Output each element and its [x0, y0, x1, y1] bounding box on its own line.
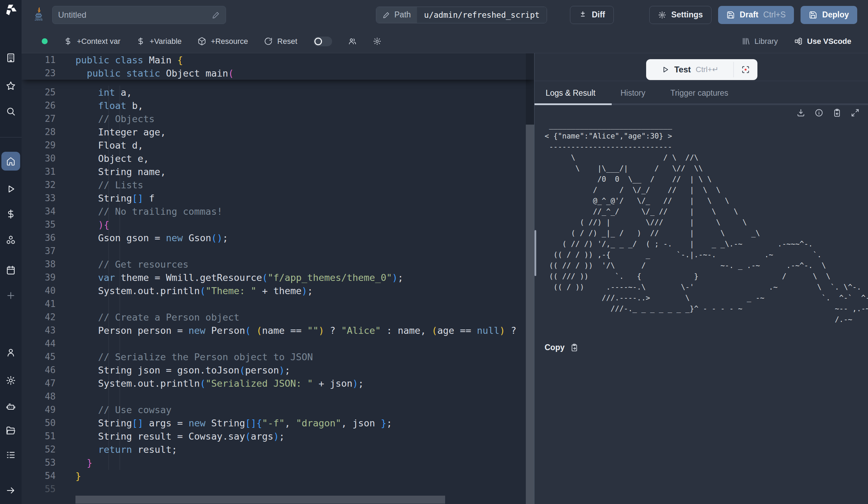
use-vscode-button[interactable]: Use VScode: [794, 37, 851, 46]
star-icon[interactable]: [6, 81, 16, 91]
code-editor[interactable]: 25 int a,26 float b,27 // Objects28 Inte…: [22, 53, 534, 504]
info-icon[interactable]: [814, 108, 823, 117]
line-number: 27: [22, 113, 56, 124]
scrollbar-thumb[interactable]: [526, 125, 534, 504]
line-number: 44: [22, 338, 56, 349]
settings-button[interactable]: Settings: [649, 6, 712, 24]
resource-label: +Resource: [211, 37, 248, 46]
folders-icon[interactable]: [6, 426, 16, 436]
cowsay-result-output: ____________________________ < {"name":"…: [545, 120, 868, 325]
user-person-icon[interactable]: [6, 347, 16, 358]
add-resource-button[interactable]: +Resource: [198, 37, 248, 46]
home-icon[interactable]: [6, 156, 16, 166]
code-line: 54}: [22, 469, 534, 482]
tab-logs-result[interactable]: Logs & Result: [546, 88, 595, 98]
list-icon[interactable]: [6, 450, 16, 460]
code-line: 39 var theme = Wmill.getResource("f/app_…: [22, 271, 534, 284]
download-icon[interactable]: [796, 108, 805, 117]
code-line: 51 String result = Cowsay.say(args);: [22, 430, 534, 443]
expand-icon[interactable]: [851, 108, 860, 117]
editor-vertical-scrollbar[interactable]: [526, 53, 534, 504]
line-number: 43: [22, 325, 56, 336]
resources-cubes-icon[interactable]: [6, 235, 16, 245]
workers-robot-icon[interactable]: [6, 402, 16, 412]
copy-result-button[interactable]: Copy: [545, 343, 579, 352]
code-line: 42 // Create a Person object: [22, 310, 534, 324]
path-value: u/admin/refreshed_script: [417, 7, 546, 23]
line-number: 39: [22, 272, 56, 283]
path-label: Path: [394, 10, 411, 19]
test-result-panel: Test Ctrl+↵ Logs & Result History Trigge…: [534, 53, 868, 504]
line-number: 29: [22, 140, 56, 150]
tab-trigger-captures[interactable]: Trigger captures: [670, 88, 729, 98]
library-button[interactable]: Library: [741, 37, 778, 46]
draft-shortcut: Ctrl+S: [763, 10, 786, 19]
vscode-icon: [794, 37, 803, 46]
topbar: Java Untitled Path u/admin/refreshed_scr…: [22, 0, 868, 30]
diff-plusminus-icon: [579, 11, 587, 19]
variable-label: +Variable: [150, 37, 182, 46]
line-number: 46: [22, 365, 56, 375]
editor-horizontal-scrollbar[interactable]: [75, 496, 445, 504]
runs-play-icon[interactable]: [6, 184, 16, 194]
code-line: 41: [22, 297, 534, 310]
code-line: 31 String name,: [22, 165, 534, 178]
search-icon[interactable]: [6, 106, 16, 117]
result-action-icons: [796, 108, 860, 117]
diff-button[interactable]: Diff: [570, 6, 614, 24]
line-number: 53: [22, 457, 56, 468]
edit-pencil-icon: [212, 11, 220, 19]
add-variable-button[interactable]: +Variable: [136, 37, 182, 46]
code-line: 11public class Main {: [22, 53, 534, 66]
settings-gear-icon[interactable]: [6, 375, 16, 386]
schedules-calendar-icon[interactable]: [6, 265, 16, 275]
path-field[interactable]: Path u/admin/refreshed_script: [376, 7, 547, 23]
script-title-input[interactable]: Untitled: [52, 6, 226, 24]
settings-label: Settings: [671, 10, 703, 19]
result-tabs: Logs & Result History Trigger captures: [535, 81, 868, 105]
save-icon: [809, 11, 817, 19]
code-line: 50 String[] args = new String[]{"-f", "d…: [22, 416, 534, 430]
multiplayer-users-icon[interactable]: [348, 37, 357, 46]
code-line: 44: [22, 337, 534, 350]
panel-splitter-handle[interactable]: [535, 230, 536, 276]
code-line: 45 // Serialize the Person object to JSO…: [22, 350, 534, 363]
toggle-knob: [314, 38, 322, 45]
line-number: 30: [22, 153, 56, 164]
code-line: 35 ){: [22, 218, 534, 231]
variables-dollar-icon[interactable]: [6, 209, 16, 219]
line-number: 36: [22, 233, 56, 243]
test-button[interactable]: Test Ctrl+↵: [646, 59, 733, 80]
capture-test-button[interactable]: [734, 59, 757, 80]
deploy-button[interactable]: Deploy: [801, 6, 857, 24]
test-shortcut: Ctrl+↵: [696, 65, 719, 74]
collapse-arrow-right-icon[interactable]: [6, 485, 16, 496]
add-context-var-button[interactable]: +Context var: [64, 37, 120, 46]
draft-button[interactable]: Draft Ctrl+S: [718, 6, 794, 24]
line-number: 32: [22, 180, 56, 190]
code-line: 55: [22, 482, 534, 496]
line-number: 45: [22, 352, 56, 362]
windmill-logo[interactable]: [4, 4, 17, 17]
code-line: 38 // Get resources: [22, 258, 534, 271]
tab-history[interactable]: History: [620, 88, 645, 98]
code-line: 25 int a,: [22, 86, 534, 99]
active-tab-underline: [535, 103, 612, 105]
library-label: Library: [755, 37, 778, 46]
editor-settings-gear-icon[interactable]: [373, 37, 381, 46]
reset-button[interactable]: Reset: [264, 37, 297, 46]
library-icon: [741, 37, 750, 46]
building-icon[interactable]: [6, 53, 16, 63]
line-number: 50: [22, 418, 56, 428]
add-plus-icon[interactable]: [6, 290, 16, 301]
line-number: 23: [22, 68, 56, 78]
line-number: 38: [22, 259, 56, 269]
diff-mode-toggle[interactable]: [313, 37, 332, 46]
clipboard-paste-icon[interactable]: [833, 108, 842, 117]
code-line: 27 // Objects: [22, 112, 534, 125]
line-number: 54: [22, 471, 56, 481]
script-title-value: Untitled: [58, 10, 86, 20]
java-language-icon: Java: [32, 7, 45, 23]
code-line: 49 // Use cowsay: [22, 403, 534, 416]
save-icon: [726, 11, 735, 19]
